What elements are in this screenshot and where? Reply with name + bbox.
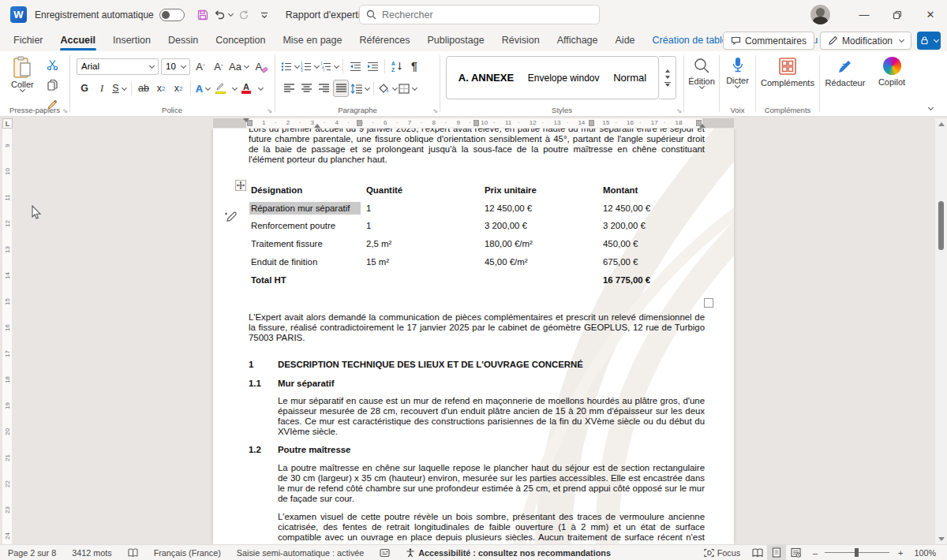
dictate-button[interactable]: Dicter — [722, 57, 753, 88]
multilevel-list-button[interactable]: 1ai — [320, 58, 339, 75]
style-annexe[interactable]: A. ANNEXE — [459, 72, 514, 84]
hanging-indent-marker[interactable] — [314, 124, 320, 128]
show-marks-button[interactable]: ¶ — [406, 58, 422, 75]
zoom-level[interactable]: 100% — [906, 548, 947, 558]
undo-button[interactable] — [213, 5, 234, 25]
heading-1-2[interactable]: 1.2Poutre maîtresse — [249, 445, 705, 455]
accessibility-status[interactable]: Accessibilité : consultez nos recommanda… — [398, 548, 619, 558]
styles-gallery-scroll[interactable] — [659, 56, 676, 99]
table-header-row[interactable]: Désignation Quantité Prix unitaire Monta… — [249, 181, 706, 200]
autosave-toggle[interactable] — [159, 9, 185, 21]
highlight-button[interactable] — [212, 80, 228, 97]
justify-button[interactable] — [333, 80, 349, 97]
autosave-control[interactable]: Enregistrement automatique — [35, 9, 185, 21]
proofing-status[interactable] — [120, 548, 146, 558]
subscript-button[interactable]: x2 — [153, 80, 169, 97]
horizontal-ruler[interactable]: 1·2·3·4·5·6·7·8·9·10·11·12·13·14·15·16·1… — [0, 117, 947, 129]
cut-button[interactable] — [44, 56, 60, 73]
style-envelope[interactable]: Envelope windov — [528, 73, 600, 84]
styles-dialog-launcher[interactable]: ⇘ — [676, 107, 682, 114]
heading-1-1[interactable]: 1.1Mur séparatif — [249, 379, 705, 389]
scroll-down-button[interactable] — [935, 533, 947, 544]
print-layout-button[interactable] — [767, 545, 786, 560]
autocomplete-status[interactable]: Saisie semi-automatique : activée — [229, 548, 372, 558]
tab-fichier[interactable]: Fichier — [5, 31, 52, 50]
underline-button[interactable]: S — [111, 80, 127, 97]
tab-dessin[interactable]: Dessin — [159, 31, 207, 50]
strikethrough-button[interactable]: ab — [136, 80, 152, 97]
line-spacing-button[interactable] — [350, 80, 369, 97]
text-effects-button[interactable]: A — [195, 80, 211, 97]
word-logo-icon[interactable]: W — [10, 6, 27, 23]
addins-button[interactable]: Compléments — [756, 57, 819, 88]
paragraph-dialog-launcher[interactable]: ⇘ — [432, 107, 438, 114]
table-total-row[interactable]: Total HT 16 775,00 € — [249, 271, 706, 289]
tab-aide[interactable]: Aide — [607, 31, 644, 50]
tab-accueil[interactable]: Accueil — [52, 31, 104, 50]
inline-rewrite-pen-icon[interactable] — [224, 210, 238, 223]
table-column-marker[interactable] — [357, 120, 362, 126]
clipboard-dialog-launcher[interactable]: ⇘ — [62, 107, 68, 114]
document-page[interactable]: Lors du premier accueil du 9 janvier 202… — [213, 129, 734, 544]
change-case-button[interactable]: Aa — [229, 58, 249, 75]
edition-button[interactable]: Édition — [686, 57, 717, 88]
comments-button[interactable]: Commentaires — [723, 32, 814, 50]
paragraph-examen[interactable]: L'examen visuel de cette poutre révèle u… — [278, 512, 705, 544]
editor-button[interactable]: Rédacteur — [821, 57, 870, 88]
font-dialog-launcher[interactable]: ⇘ — [267, 107, 272, 114]
tab-stop-selector[interactable]: L — [2, 118, 13, 129]
zoom-in-button[interactable]: + — [895, 548, 906, 558]
align-right-button[interactable] — [316, 80, 331, 97]
zoom-out-button[interactable]: – — [805, 548, 819, 558]
zoom-slider[interactable] — [825, 552, 889, 553]
share-button[interactable] — [917, 32, 941, 50]
superscript-button[interactable]: x2 — [170, 80, 186, 97]
vertical-scrollbar[interactable] — [935, 118, 947, 544]
highlight-dropdown-icon[interactable] — [232, 84, 238, 90]
clear-format-button[interactable]: A — [251, 58, 267, 75]
account-avatar[interactable] — [810, 5, 830, 24]
table-row[interactable]: Renforcement poutre 1 3 200,00 € 3 200,0… — [249, 218, 706, 236]
scrollbar-thumb[interactable] — [938, 201, 944, 250]
tab-references[interactable]: Références — [350, 31, 418, 50]
scroll-up-button[interactable] — [935, 118, 947, 129]
search-input[interactable] — [382, 9, 571, 21]
table-row[interactable]: Enduit de finition 15 m² 45,00 €/m² 675,… — [249, 253, 706, 271]
style-normal[interactable]: Normal — [613, 72, 646, 84]
font-name-select[interactable]: Arial — [77, 58, 159, 75]
vertical-ruler[interactable]: 9101112131415161718192021222324 — [2, 129, 12, 544]
align-left-button[interactable] — [281, 80, 297, 97]
copilot-button[interactable]: Copilot — [871, 57, 912, 87]
heading-1[interactable]: 1DESCRIPTION TECHNIQUE DES LIEUX ET DE L… — [249, 360, 705, 370]
zoom-slider-thumb[interactable] — [855, 548, 859, 557]
text-predictions-toggle[interactable] — [372, 548, 398, 558]
table-row[interactable]: Traitement fissure 2,5 m² 180,00 €/m² 45… — [249, 235, 706, 253]
shrink-font-button[interactable]: Aˇ — [211, 58, 226, 75]
editing-mode-button[interactable]: Modification — [820, 32, 911, 50]
font-color-dropdown-icon[interactable] — [258, 84, 264, 90]
bullets-button[interactable] — [281, 58, 299, 75]
bold-button[interactable]: G — [77, 80, 92, 97]
tab-revision[interactable]: Révision — [493, 31, 548, 50]
first-line-indent-marker[interactable] — [243, 118, 249, 122]
read-mode-button[interactable] — [748, 545, 767, 560]
focus-mode-button[interactable]: Focus — [696, 548, 748, 558]
quick-access-overflow-button[interactable] — [254, 5, 275, 25]
tab-affichage[interactable]: Affichage — [548, 31, 607, 50]
font-size-select[interactable]: 10 — [161, 58, 190, 75]
save-button[interactable] — [193, 5, 213, 25]
paste-button[interactable]: Coller — [11, 56, 34, 91]
search-box[interactable] — [359, 5, 600, 24]
italic-button[interactable]: I — [94, 80, 110, 97]
paragraph-expert[interactable]: L'Expert avait alors demandé la communic… — [249, 312, 705, 343]
paragraph-fissure[interactable]: future chambre parentale, une fissure ob… — [249, 134, 705, 165]
copy-button[interactable] — [44, 76, 60, 93]
language-indicator[interactable]: Français (France) — [146, 548, 229, 558]
decrease-indent-button[interactable] — [347, 58, 363, 75]
table-row[interactable]: Réparation mur séparatif 1 12 450,00 € 1… — [249, 200, 706, 218]
paragraph-mur-separatif[interactable]: Le mur séparatif en cause est un mur de … — [278, 396, 705, 437]
tab-insertion[interactable]: Insertion — [104, 31, 159, 50]
restore-button[interactable] — [881, 0, 914, 29]
align-center-button[interactable] — [298, 80, 314, 97]
paragraph-poutre[interactable]: La poutre maîtresse en chêne sur laquell… — [278, 463, 705, 504]
